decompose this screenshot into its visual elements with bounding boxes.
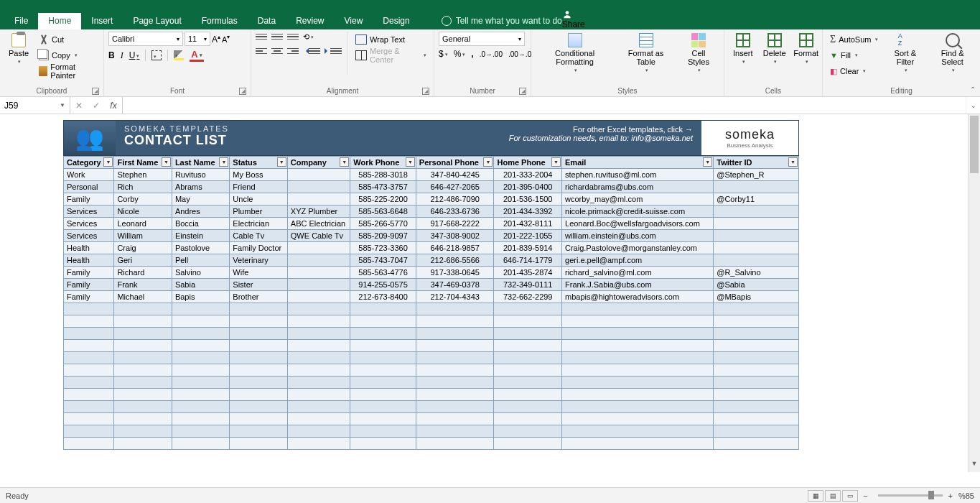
cell[interactable] bbox=[350, 315, 416, 328]
cell[interactable]: 646-714-1779 bbox=[494, 254, 562, 267]
cell[interactable]: Stephen bbox=[114, 169, 172, 181]
cell[interactable]: Bapis bbox=[172, 291, 229, 303]
cell[interactable] bbox=[172, 315, 229, 328]
cell[interactable]: Personal bbox=[64, 181, 114, 193]
cell[interactable]: wcorby_may@ml.com bbox=[562, 193, 714, 206]
cell[interactable]: Family Doctor bbox=[230, 242, 287, 254]
cell[interactable]: 585-473-3757 bbox=[350, 181, 416, 193]
cell[interactable] bbox=[714, 401, 799, 413]
cell[interactable] bbox=[172, 303, 229, 315]
cell[interactable]: 212-486-7090 bbox=[416, 193, 494, 206]
col-category[interactable]: Category▼ bbox=[64, 157, 114, 169]
fx-button[interactable]: fx bbox=[105, 101, 122, 111]
cell[interactable]: 585-288-3018 bbox=[350, 169, 416, 181]
cell[interactable] bbox=[64, 438, 114, 450]
cell[interactable] bbox=[562, 340, 714, 352]
conditional-formatting-button[interactable]: Conditional Formatting bbox=[536, 32, 614, 75]
cell[interactable]: 917-668-2222 bbox=[416, 218, 494, 230]
wrap-text-button[interactable]: Wrap Text bbox=[353, 32, 429, 47]
col-home-phone[interactable]: Home Phone▼ bbox=[494, 157, 562, 169]
cell[interactable] bbox=[114, 315, 172, 328]
cell[interactable] bbox=[350, 389, 416, 401]
cell[interactable]: Friend bbox=[230, 181, 287, 193]
table-row[interactable]: HealthGeriPellVeterinary585-743-7047212-… bbox=[64, 254, 799, 267]
cell[interactable]: 212-704-4343 bbox=[416, 291, 494, 303]
cell[interactable] bbox=[114, 377, 172, 389]
filter-button[interactable]: ▼ bbox=[340, 157, 349, 167]
cell[interactable] bbox=[714, 218, 799, 230]
cell[interactable] bbox=[562, 303, 714, 315]
cell[interactable]: mbapis@hightoweradvisors.com bbox=[562, 291, 714, 303]
decrease-decimal[interactable]: .00→.0 bbox=[508, 50, 531, 58]
cell[interactable]: Geri bbox=[114, 254, 172, 267]
table-row[interactable] bbox=[64, 303, 799, 315]
cell[interactable]: @MBapis bbox=[714, 291, 799, 303]
cell[interactable]: 914-255-0575 bbox=[350, 279, 416, 291]
cell[interactable] bbox=[287, 279, 350, 291]
percent-format[interactable]: % bbox=[454, 49, 466, 59]
table-row[interactable]: HealthCraigPastoloveFamily Doctor585-723… bbox=[64, 242, 799, 254]
table-row[interactable]: FamilyMichaelBapisBrother212-673-8400212… bbox=[64, 291, 799, 303]
cell[interactable] bbox=[287, 438, 350, 450]
cell[interactable]: Sister bbox=[230, 279, 287, 291]
alignment-dialog[interactable]: ◢ bbox=[422, 88, 429, 95]
cell[interactable] bbox=[494, 340, 562, 352]
cell[interactable] bbox=[350, 401, 416, 413]
cell[interactable] bbox=[287, 352, 350, 364]
table-row[interactable] bbox=[64, 389, 799, 401]
col-twitter-id[interactable]: Twitter ID▼ bbox=[714, 157, 799, 169]
cell[interactable] bbox=[416, 340, 494, 352]
cell[interactable]: william.einstein@ubs.com bbox=[562, 230, 714, 242]
cell[interactable]: 347-308-9002 bbox=[416, 230, 494, 242]
worksheet[interactable]: 👥 SOMEKA TEMPLATES CONTACT LIST For othe… bbox=[0, 114, 980, 472]
cell[interactable] bbox=[714, 364, 799, 377]
enter-formula[interactable]: ✓ bbox=[88, 101, 105, 111]
cell[interactable]: 585-563-4776 bbox=[350, 267, 416, 279]
cell[interactable] bbox=[287, 425, 350, 438]
cell[interactable]: 732-662-2299 bbox=[494, 291, 562, 303]
col-work-phone[interactable]: Work Phone▼ bbox=[350, 157, 416, 169]
cell[interactable] bbox=[172, 377, 229, 389]
increase-decimal[interactable]: .0→.00 bbox=[480, 50, 503, 58]
tab-insert[interactable]: Insert bbox=[81, 13, 123, 29]
cell[interactable] bbox=[350, 303, 416, 315]
vertical-scrollbar[interactable]: ▲ ▼ bbox=[968, 114, 980, 472]
cell[interactable]: 646-218-9857 bbox=[416, 242, 494, 254]
orientation-button[interactable]: ⟲ bbox=[303, 32, 314, 42]
cell[interactable] bbox=[114, 328, 172, 340]
cell[interactable] bbox=[287, 291, 350, 303]
cell[interactable]: Family bbox=[64, 291, 114, 303]
cell[interactable] bbox=[416, 303, 494, 315]
cell[interactable]: 585-743-7047 bbox=[350, 254, 416, 267]
find-select-button[interactable]: Find & Select bbox=[929, 32, 976, 75]
cell[interactable]: 585-209-9097 bbox=[350, 230, 416, 242]
cell[interactable] bbox=[714, 425, 799, 438]
cell[interactable] bbox=[714, 230, 799, 242]
col-company[interactable]: Company▼ bbox=[287, 157, 350, 169]
cell[interactable] bbox=[494, 315, 562, 328]
cell[interactable]: Cable Tv bbox=[230, 230, 287, 242]
cell[interactable] bbox=[230, 425, 287, 438]
cell[interactable]: 646-427-2065 bbox=[416, 181, 494, 193]
normal-view[interactable]: ▦ bbox=[808, 490, 823, 502]
align-middle[interactable] bbox=[271, 32, 283, 42]
filter-button[interactable]: ▼ bbox=[551, 157, 561, 167]
table-row[interactable] bbox=[64, 364, 799, 377]
cell[interactable] bbox=[562, 352, 714, 364]
cell[interactable] bbox=[287, 254, 350, 267]
cell[interactable] bbox=[64, 401, 114, 413]
cell[interactable] bbox=[114, 364, 172, 377]
cell[interactable]: Michael bbox=[114, 291, 172, 303]
cell[interactable] bbox=[114, 352, 172, 364]
cell[interactable]: Pell bbox=[172, 254, 229, 267]
cell[interactable] bbox=[114, 413, 172, 425]
cell[interactable] bbox=[230, 328, 287, 340]
table-row[interactable]: PersonalRichAbramsFriend585-473-3757646-… bbox=[64, 181, 799, 193]
sort-filter-button[interactable]: Sort & Filter bbox=[884, 32, 926, 75]
increase-indent[interactable] bbox=[325, 46, 342, 56]
cell[interactable] bbox=[64, 315, 114, 328]
table-row[interactable] bbox=[64, 328, 799, 340]
cell[interactable] bbox=[494, 364, 562, 377]
cell[interactable]: 201-432-8111 bbox=[494, 218, 562, 230]
cell[interactable] bbox=[350, 377, 416, 389]
